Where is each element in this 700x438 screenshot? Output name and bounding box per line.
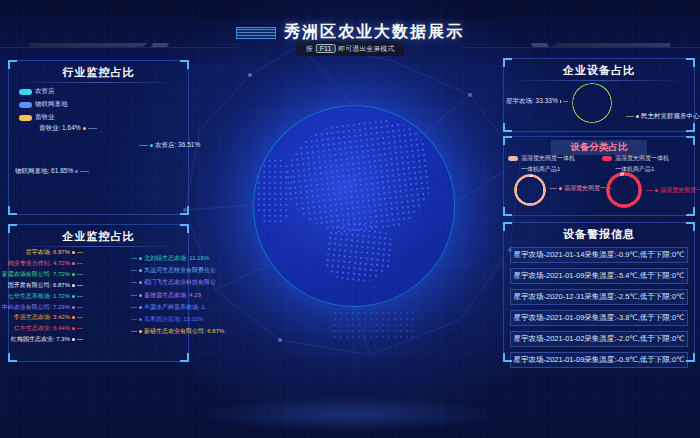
legend-swatch [508, 156, 518, 161]
donut-callout: 物联网基地: 61.85% [15, 167, 89, 176]
panel-device-class-ratio: 设备分类占比 温湿度光照度一体机 一体机商产品1 温湿度光照度一— [503, 136, 695, 216]
globe-continent-west [256, 158, 292, 226]
header-line-right [462, 47, 700, 48]
device-chart-left: 温湿度光照度一体机 一体机商产品1 温湿度光照度一— [508, 154, 600, 214]
divider [512, 80, 686, 81]
header-line-left [0, 47, 238, 48]
donut-callout: 温湿度光照度一— [646, 186, 700, 195]
enterprise-labels-left: 星宇农场: 6.87% 鸽业专业合作社: 4.72% 家庭农场有限公司: 7.7… [11, 225, 83, 361]
floor-glow [200, 396, 500, 432]
donut-callout: 大运河生态牧业有限责任公 [131, 267, 203, 274]
donut-callout: 星宇农场: 33.33% [506, 97, 568, 106]
panel-equipment-ratio: 企业设备占比 星宇农场: 33.33% 民主村党群服务中心: [503, 58, 695, 132]
header-bar-right [552, 43, 670, 47]
donut-callout: 瓜果园自留地: 15.02% [131, 316, 203, 323]
enterprise-labels-right: 北刘镇生态农场: 11.16% 大运河生态牧业有限责任公 稻门飞生态农业科技有限… [131, 225, 203, 361]
donut-callout: 民主村党群服务中心: [626, 112, 700, 121]
panel-title: 设备分类占比 [551, 140, 647, 155]
alarm-row: 星宇农场-2021-01-14采集温度:-0.9℃,低于下限:0℃ [510, 247, 688, 263]
industry-donut-chart[interactable] [75, 129, 137, 191]
panel-device-alarms: 设备警报信息 星宇农场-2021-01-14采集温度:-0.9℃,低于下限:0℃… [503, 222, 695, 362]
alarm-row: 星宇农场-2021-01-09采集温度:-5.4℃,低于下限:0℃ [510, 268, 688, 284]
header-tick-right [531, 43, 549, 47]
donut-callout: 星宇农场: 6.87% [11, 249, 83, 256]
donut-callout: 家庭农场有限公司: 7.72% [11, 271, 83, 278]
device-chart-right: 温湿度光照度一体机 一体机商产品1 温湿度光照度一— [602, 154, 694, 214]
globe [253, 105, 455, 307]
globe-reflection-dots [332, 310, 418, 338]
enterprise-donut-chart[interactable] [82, 265, 130, 313]
header-bar-left [30, 43, 148, 47]
alarm-row: 星宇农场-2020-12-31采集温度:-2.5℃,低于下限:0℃ [510, 289, 688, 305]
donut-callout: 新硕生态农业有限公司: 6.87% [131, 328, 203, 335]
legend-item[interactable]: 一体机商产品1 [508, 165, 600, 174]
panel-industry-ratio: 行业监控占比 农资店 物联网基地 畜牧业 畜牧业: 1.64% 农资店: 36.… [8, 60, 189, 215]
logo-badge [236, 27, 276, 39]
legend-swatch [602, 156, 612, 161]
legend-label: 畜牧业 [35, 113, 55, 122]
panel-title: 企业设备占比 [504, 63, 694, 78]
donut-callout: 李强生态农场: 3.42% [11, 314, 83, 321]
header: 秀洲区农业大数据展示 [0, 22, 700, 43]
legend-item[interactable]: 温湿度光照度一体机 [602, 154, 694, 163]
donut-callout: 七华生态养殖场: 1.72% [11, 293, 83, 300]
legend-label: 农资店 [35, 87, 55, 96]
alarm-row: 星宇农场-2021-01-02采集温度:-2.0℃,低于下限:0℃ [510, 331, 688, 347]
legend-swatch [19, 89, 32, 95]
panel-title: 设备警报信息 [504, 227, 694, 242]
legend-label: 一体机商产品1 [521, 165, 560, 174]
donut-callout: 红梅园生态农业: 7.3% [11, 336, 83, 343]
donut-callout: 稻门飞生态农业科技有限公 [131, 279, 203, 286]
device-legend-right: 温湿度光照度一体机 一体机商产品1 [602, 154, 694, 174]
donut-callout: 仁丰生态农业: 6.44% [11, 325, 83, 332]
alarm-list: 星宇农场-2021-01-14采集温度:-0.9℃,低于下限:0℃星宇农场-20… [504, 247, 694, 368]
page-title: 秀洲区农业大数据展示 [284, 22, 464, 43]
equipment-donut-chart[interactable] [572, 83, 612, 123]
donut-callout: 中科农业有限公司: 7.29% [11, 304, 83, 311]
donut-callout: 国开发有限公司: 6.87% [11, 282, 83, 289]
donut-callout: 北刘镇生态农场: 11.16% [131, 255, 203, 262]
alarm-row: 星宇农场-2021-01-09采集温度:-3.8℃,低于下限:0℃ [510, 310, 688, 326]
panel-enterprise-ratio: 企业监控占比 星宇农场: 6.87% 鸽业专业合作社: 4.72% 家庭农场有限… [8, 224, 189, 362]
fullscreen-hint: 按 F11 即可退出全屏模式 [297, 41, 404, 56]
donut-callout: 农资店: 36.51% [139, 141, 200, 150]
donut-callout: 丰源水产种质养殖场: 1. [131, 304, 203, 311]
f11-key: F11 [316, 44, 336, 53]
panel-title: 行业监控占比 [9, 65, 188, 80]
legend-label: 温湿度光照度一体机 [615, 154, 669, 163]
header-tick-left [151, 43, 169, 47]
industry-legend: 农资店 物联网基地 畜牧业 [19, 87, 68, 122]
legend-swatch [19, 115, 32, 121]
device-donut-right[interactable] [606, 172, 642, 208]
divider [17, 82, 180, 83]
legend-item[interactable]: 温湿度光照度一体机 [508, 154, 600, 163]
legend-swatch [19, 102, 32, 108]
legend-label: 温湿度光照度一体机 [521, 154, 575, 163]
hint-suffix: 即可退出全屏模式 [338, 44, 394, 54]
donut-callout: 鸽业专业合作社: 4.72% [11, 260, 83, 267]
legend-label: 物联网基地 [35, 100, 68, 109]
legend-item[interactable]: 畜牧业 [19, 113, 68, 122]
device-donut-left[interactable] [514, 174, 546, 206]
donut-callout: 嘉措源生态农场: 4.29 [131, 292, 203, 299]
legend-item[interactable]: 物联网基地 [19, 100, 68, 109]
legend-item[interactable]: 农资店 [19, 87, 68, 96]
hint-prefix: 按 [306, 44, 313, 54]
alarm-row: 星宇农场-2021-01-09采集温度:-0.9℃,低于下限:0℃ [510, 352, 688, 368]
dashboard: 秀洲区农业大数据展示 按 F11 即可退出全屏模式 行业监控占比 [0, 0, 700, 438]
donut-callout: 畜牧业: 1.64% [39, 124, 97, 133]
device-legend-left: 温湿度光照度一体机 一体机商产品1 [508, 154, 600, 174]
